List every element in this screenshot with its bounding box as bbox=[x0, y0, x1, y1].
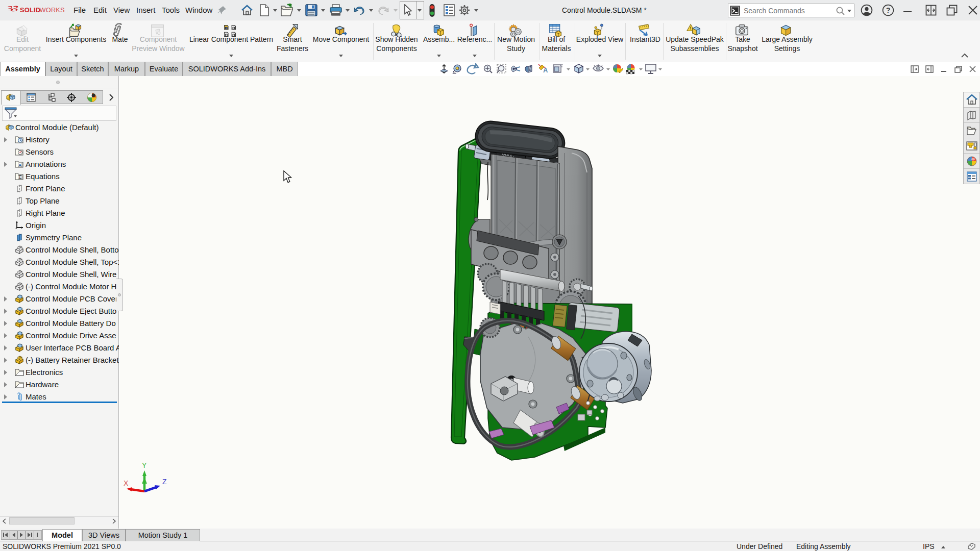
svg-text:?: ? bbox=[886, 6, 891, 14]
svg-text:A: A bbox=[543, 66, 548, 74]
svg-text:Z: Z bbox=[162, 478, 167, 486]
svg-text:A: A bbox=[18, 163, 21, 167]
svg-text:X: X bbox=[124, 479, 129, 487]
svg-text:SOLID: SOLID bbox=[20, 6, 40, 14]
svg-text:Y: Y bbox=[142, 462, 147, 469]
svg-text:Σ: Σ bbox=[19, 174, 21, 180]
svg-text:WORKS: WORKS bbox=[40, 6, 65, 14]
